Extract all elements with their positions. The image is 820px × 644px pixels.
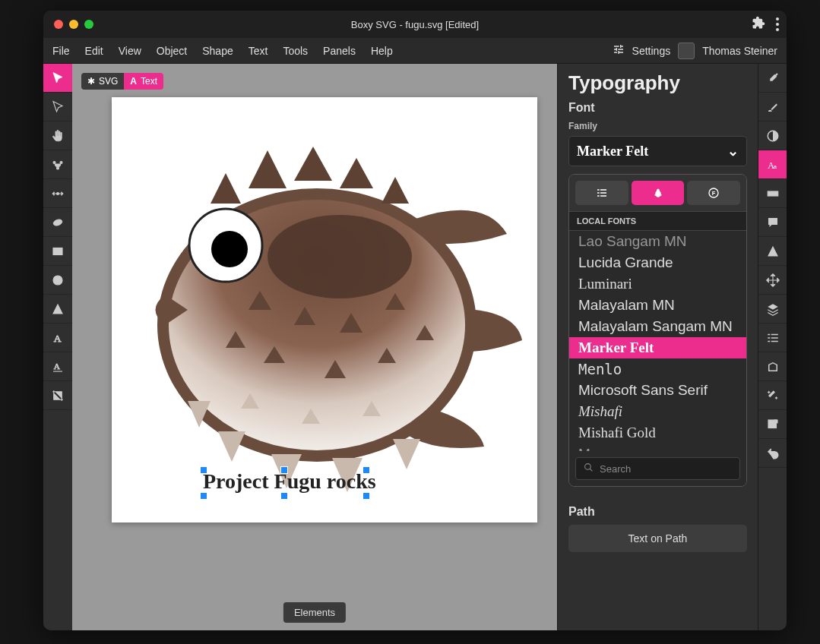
panel-title: Typography	[568, 71, 747, 95]
font-item[interactable]: Lucida Grande	[569, 252, 746, 273]
family-label: Family	[568, 121, 747, 131]
minimize-button[interactable]	[69, 20, 78, 29]
list-panel[interactable]	[758, 324, 787, 352]
triangle-tool[interactable]	[43, 295, 72, 324]
font-item[interactable]: Malayalam MN	[569, 295, 746, 316]
chevron-down-icon: ⌄	[727, 143, 739, 159]
menu-view[interactable]: View	[119, 45, 141, 57]
selection-handle[interactable]	[363, 492, 370, 500]
user-name[interactable]: Thomas Steiner	[702, 45, 777, 57]
menu-edit[interactable]: Edit	[85, 45, 103, 57]
layers-panel[interactable]	[758, 295, 787, 324]
direct-select-tool[interactable]	[43, 93, 72, 122]
font-item[interactable]: Monaco	[569, 444, 746, 451]
undo-panel[interactable]	[758, 439, 787, 468]
font-list-header: LOCAL FONTS	[569, 211, 746, 231]
font-search-input[interactable]: Search	[575, 457, 740, 480]
font-item[interactable]: Luminari	[569, 273, 746, 295]
svg-text:a: a	[774, 163, 777, 170]
svg-text:A: A	[54, 361, 61, 371]
path-tool[interactable]	[43, 150, 72, 179]
export-panel[interactable]	[758, 410, 787, 439]
ellipse-tool[interactable]	[43, 266, 72, 295]
menu-object[interactable]: Object	[157, 45, 187, 57]
rectangle-tool[interactable]	[43, 237, 72, 266]
hand-tool[interactable]	[43, 122, 72, 150]
font-family-select[interactable]: Marker Felt ⌄	[568, 136, 747, 166]
svg-point-0	[53, 161, 55, 163]
library-panel[interactable]	[758, 352, 787, 381]
font-item[interactable]: Lao Sangam MN	[569, 231, 746, 252]
selection-handle[interactable]	[280, 466, 288, 474]
breadcrumb-text[interactable]: A Text	[124, 73, 163, 90]
menu-shape[interactable]: Shape	[202, 45, 233, 57]
crop-tool[interactable]	[43, 381, 72, 410]
pen-tool[interactable]	[43, 179, 72, 208]
search-icon	[584, 462, 594, 475]
left-toolbar: A A	[43, 64, 72, 630]
artboard[interactable]: Project Fugu rocks	[112, 97, 537, 522]
typography-panel-button[interactable]: Aa	[758, 150, 787, 179]
geometry-panel[interactable]	[758, 237, 787, 266]
text-on-path-button[interactable]: Text on Path	[568, 525, 747, 552]
font-item[interactable]: Menlo	[569, 358, 746, 380]
svg-point-11	[268, 215, 412, 298]
transform-panel[interactable]	[758, 266, 787, 295]
select-tool[interactable]	[43, 64, 72, 93]
selection-handle[interactable]	[200, 492, 207, 500]
font-item-selected[interactable]: Marker Felt	[569, 337, 746, 358]
selection-handle[interactable]	[200, 466, 207, 474]
font-list[interactable]: Lao Sangam MN Lucida Grande Luminari Mal…	[569, 231, 746, 451]
font-item[interactable]: Mishafi Gold	[569, 422, 746, 444]
ruler-panel[interactable]	[758, 179, 787, 208]
settings-icon[interactable]	[613, 43, 625, 58]
extension-icon[interactable]	[752, 16, 765, 33]
selection-handle[interactable]	[280, 492, 288, 500]
canvas-text-object[interactable]: Project Fugu rocks	[203, 469, 376, 494]
ellipse-blob-tool[interactable]	[43, 208, 72, 237]
svg-point-3	[57, 192, 59, 194]
svg-rect-5	[53, 248, 62, 254]
font-tab-local[interactable]	[632, 181, 685, 205]
eyedropper-panel[interactable]	[758, 64, 787, 93]
more-menu-icon[interactable]	[776, 17, 779, 31]
elements-tab[interactable]: Elements	[283, 602, 346, 623]
settings-label[interactable]: Settings	[632, 45, 671, 57]
section-path-heading: Path	[568, 505, 747, 519]
font-picker-popup: F LOCAL FONTS Lao Sangam MN Lucida Grand…	[568, 174, 747, 487]
svg-point-4	[52, 218, 63, 226]
menu-tools[interactable]: Tools	[283, 45, 308, 57]
selection-breadcrumb: ✱ SVG A Text	[81, 73, 163, 90]
menu-help[interactable]: Help	[371, 45, 393, 57]
textpath-tool[interactable]: A	[43, 352, 72, 381]
brush-panel[interactable]	[758, 93, 787, 122]
svg-rect-21	[768, 420, 777, 428]
font-item[interactable]: Malayalam Sangam MN	[569, 316, 746, 337]
svg-point-6	[53, 276, 62, 285]
breadcrumb-svg[interactable]: ✱ SVG	[81, 73, 124, 90]
right-sidebar: Aa	[758, 64, 787, 630]
svg-point-16	[585, 464, 591, 470]
main-area: A A ✱ SVG A Text	[43, 64, 787, 630]
menu-text[interactable]: Text	[249, 45, 268, 57]
selection-handle[interactable]	[363, 466, 370, 474]
svg-point-1	[60, 161, 62, 163]
text-tool[interactable]: A	[43, 324, 72, 352]
canvas-viewport[interactable]: ✱ SVG A Text	[72, 64, 557, 630]
magic-panel[interactable]	[758, 381, 787, 410]
close-button[interactable]	[54, 20, 63, 29]
maximize-button[interactable]	[84, 20, 93, 29]
font-item[interactable]: Microsoft Sans Serif	[569, 380, 746, 401]
font-tab-list[interactable]	[575, 181, 628, 205]
window-title: Boxy SVG - fugu.svg [Edited]	[43, 19, 787, 30]
user-avatar[interactable]	[678, 43, 695, 59]
contrast-panel[interactable]	[758, 122, 787, 150]
comment-panel[interactable]	[758, 208, 787, 237]
text-a-icon: A	[130, 76, 137, 87]
menu-panels[interactable]: Panels	[323, 45, 356, 57]
menu-file[interactable]: File	[52, 45, 70, 57]
section-font-heading: Font	[568, 101, 747, 115]
font-tab-google[interactable]: F	[687, 181, 740, 205]
font-item[interactable]: Mishafi	[569, 401, 746, 422]
menubar: File Edit View Object Shape Text Tools P…	[43, 38, 787, 64]
